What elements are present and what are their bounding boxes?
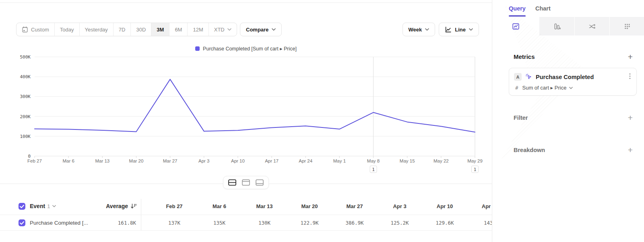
legend-swatch <box>195 46 200 51</box>
table-column-header[interactable]: Apr 10 <box>422 203 467 209</box>
compare-label: Compare <box>246 27 268 33</box>
y-axis-label: 500K <box>20 54 31 60</box>
view-toggle <box>223 176 269 189</box>
event-header-label: Event <box>30 203 45 209</box>
calendar-icon <box>22 26 28 33</box>
metrics-heading: Metrics <box>514 53 535 60</box>
table-column-header[interactable]: Apr 17 <box>467 203 492 209</box>
table-cell-value: 125.2K <box>377 220 422 226</box>
retention-dots-icon <box>623 23 631 30</box>
chevron-down-icon <box>469 28 473 31</box>
x-axis-label: Mar 13 <box>95 159 109 163</box>
sidebar-tabs: Query Chart <box>492 0 644 17</box>
chart-legend: Purchase Completed [Sum of cart ▸ Price] <box>0 46 492 52</box>
checkbox-check-icon <box>19 203 25 210</box>
aggregation-selector[interactable]: Sum of cart ▸ Price <box>522 85 573 91</box>
filter-heading: Filter <box>514 115 528 121</box>
x-axis-label: Apr 10 <box>231 159 245 163</box>
line-chart-icon <box>445 26 452 33</box>
chart-only-icon <box>242 179 250 186</box>
select-all-checkbox[interactable] <box>19 203 25 210</box>
row-checkbox[interactable] <box>19 219 25 226</box>
chart-type-button[interactable]: Line <box>439 23 479 36</box>
table-cell-value: 386.9K <box>332 220 377 226</box>
x-axis-label: Feb 27 <box>27 159 42 163</box>
chart-only-button[interactable] <box>240 178 252 187</box>
table-only-button[interactable] <box>254 178 266 187</box>
table-column-header[interactable]: Mar 27 <box>332 203 377 209</box>
range-6m[interactable]: 6M <box>169 23 187 36</box>
svg-text:1: 1 <box>474 167 477 172</box>
metric-title: Purchase Completed <box>536 74 594 80</box>
tab-insights[interactable] <box>492 17 539 35</box>
x-axis-label: Apr 24 <box>299 159 312 163</box>
annotation-badge[interactable]: 1 <box>472 166 479 173</box>
range-yesterday[interactable]: Yesterday <box>79 23 113 36</box>
table-header-row: Event 1 Average Feb 27Mar 6Mar 13Mar 20M… <box>0 198 492 215</box>
metrics-section-header: Metrics + <box>492 52 644 61</box>
tab-chart[interactable]: Chart <box>535 0 551 17</box>
add-filter-button[interactable]: + <box>627 113 634 122</box>
table-header-cols: Feb 27Mar 6Mar 13Mar 20Mar 27Apr 3Apr 10… <box>141 203 492 209</box>
range-7d[interactable]: 7D <box>113 23 131 36</box>
date-range-selector: CustomTodayYesterday7D30D3M6M12MXTD <box>16 23 237 36</box>
table-cell-value: 129.6K <box>422 220 467 226</box>
split-view-button[interactable] <box>226 178 238 187</box>
tab-query[interactable]: Query <box>509 0 526 17</box>
granularity-button[interactable]: Week <box>402 23 436 36</box>
flows-icon <box>588 23 596 30</box>
series-line <box>35 79 475 132</box>
tab-funnels[interactable] <box>539 17 574 35</box>
report-type-tabs <box>492 17 644 35</box>
filter-section-header: Filter + <box>492 113 644 122</box>
range-3m[interactable]: 3M <box>151 23 169 36</box>
table-column-header[interactable]: Feb 27 <box>152 203 197 209</box>
compare-button[interactable]: Compare <box>240 23 282 36</box>
x-axis-label: Mar 20 <box>129 159 144 163</box>
insights-chart-icon <box>512 23 520 30</box>
breakdown-heading: Breakdown <box>514 147 545 153</box>
event-count: 1 <box>47 203 50 209</box>
table-cell-value: 122.9K <box>287 220 332 226</box>
number-type-icon: # <box>515 85 518 91</box>
range-custom[interactable]: Custom <box>17 23 54 36</box>
app-window: 0100K200K300K400K500KFeb 27Mar 6Mar 13Ma… <box>0 0 644 242</box>
range-30d[interactable]: 30D <box>130 23 151 36</box>
legend-label: Purchase Completed [Sum of cart ▸ Price] <box>203 46 297 52</box>
svg-text:1: 1 <box>372 167 375 172</box>
tab-retention[interactable] <box>610 17 644 35</box>
chevron-down-icon <box>272 28 276 31</box>
x-axis-label: May 22 <box>433 159 449 163</box>
add-metric-button[interactable]: + <box>627 52 634 61</box>
table-column-header[interactable]: Mar 6 <box>197 203 242 209</box>
breakdown-section-header: Breakdown + <box>492 146 644 154</box>
metric-card[interactable]: A Purchase Completed # Sum of cart ▸ Pri… <box>509 68 637 96</box>
range-xtd[interactable]: XTD <box>208 23 237 36</box>
range-today[interactable]: Today <box>54 23 79 36</box>
x-axis-label: Mar 27 <box>163 159 178 163</box>
chart-type-label: Line <box>455 27 466 33</box>
series-row-name: Purchase Completed [... <box>30 220 88 226</box>
tab-flows[interactable] <box>575 17 610 35</box>
kebab-menu-icon[interactable] <box>628 72 632 81</box>
x-axis-label: Apr 17 <box>265 159 279 163</box>
range-12m[interactable]: 12M <box>187 23 208 36</box>
table-cell-value: 135K <box>197 220 242 226</box>
table-column-header[interactable]: Mar 20 <box>287 203 332 209</box>
sort-descending-icon[interactable] <box>130 203 137 209</box>
table-cell-value: 137K <box>152 220 197 226</box>
granularity-label: Week <box>409 27 422 33</box>
funnels-bars-icon <box>553 23 561 30</box>
table-column-header[interactable]: Mar 13 <box>242 203 287 209</box>
x-axis-label: May 1 <box>333 159 346 163</box>
table-only-icon <box>255 179 264 186</box>
y-axis-label: 100K <box>20 134 31 139</box>
table-column-header[interactable]: Apr 3 <box>377 203 422 209</box>
chevron-down-icon[interactable] <box>52 205 56 207</box>
annotation-badge[interactable]: 1 <box>370 166 377 173</box>
table-row[interactable]: Purchase Completed [... 161.8K 137K135K1… <box>0 215 492 231</box>
table-cell-value: 143K <box>467 220 492 226</box>
add-breakdown-button[interactable]: + <box>627 146 634 154</box>
y-axis-label: 400K <box>20 74 31 79</box>
table-row-cols: 137K135K130K122.9K386.9K125.2K129.6K143K <box>141 220 492 226</box>
